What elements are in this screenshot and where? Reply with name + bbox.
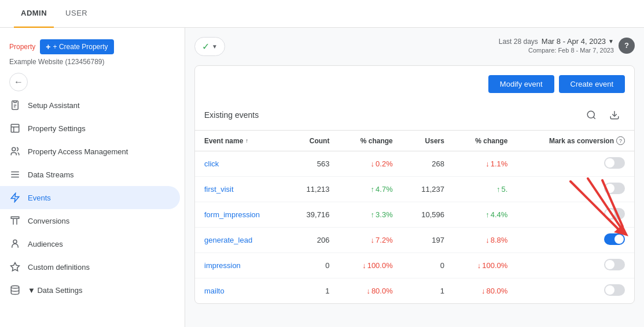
table-row: generate_lead 206 ↓7.2% 197 ↓8.8%: [195, 228, 634, 253]
sidebar-item-conversions[interactable]: Conversions: [0, 209, 180, 232]
events-icon: [9, 192, 21, 203]
sort-icon: ↑: [245, 138, 248, 144]
svg-rect-3: [11, 124, 19, 132]
table-row: click 563 ↓0.2% 268 ↓1.1%: [195, 151, 634, 177]
last-days-label: Last 28 days: [499, 38, 538, 46]
search-button[interactable]: [581, 105, 602, 125]
back-button[interactable]: ←: [9, 73, 28, 91]
check-icon: ✓: [202, 41, 209, 52]
event-name-link[interactable]: first_visit: [204, 185, 234, 194]
sidebar-item-label: Events: [28, 194, 51, 202]
streams-icon: [9, 169, 21, 180]
svg-marker-10: [11, 194, 19, 202]
toggle-impression[interactable]: [604, 259, 625, 270]
toggle-click[interactable]: [604, 157, 625, 169]
create-property-button[interactable]: + + Create Property: [40, 39, 113, 54]
audiences-icon: [9, 238, 21, 250]
sidebar-item-label: Data Streams: [28, 170, 73, 179]
date-dropdown-icon: ▼: [608, 38, 614, 44]
main-layout: Property + + Create Property Example Web…: [0, 28, 644, 327]
toggle-generate-lead[interactable]: [604, 233, 625, 245]
sidebar-item-label: Property Settings: [28, 124, 86, 133]
event-name-link[interactable]: mailto: [204, 287, 225, 295]
svg-point-11: [13, 240, 17, 243]
date-range-section: Last 28 days Mar 8 - Apr 4, 2023 ▼ Compa…: [499, 37, 614, 54]
filter-button[interactable]: ✓ ▼: [194, 37, 225, 56]
sidebar-item-label: ▼ Data Settings: [28, 286, 83, 295]
sidebar-item-custom-definitions[interactable]: Custom definitions: [0, 255, 180, 278]
toggle-first-visit[interactable]: [604, 183, 625, 194]
create-event-button[interactable]: Create event: [559, 75, 625, 93]
sidebar: Property + + Create Property Example Web…: [0, 28, 185, 327]
date-range-value[interactable]: Mar 8 - Apr 4, 2023 ▼: [542, 37, 614, 46]
property-row: Property + + Create Property: [0, 35, 185, 57]
custom-icon: [9, 261, 21, 273]
sidebar-item-data-settings[interactable]: ▼ Data Settings: [0, 278, 180, 302]
dropdown-arrow-icon: ▼: [212, 43, 218, 50]
sidebar-item-label: Conversions: [28, 217, 69, 225]
col-event-name[interactable]: Event name ↑: [195, 131, 287, 151]
tab-admin[interactable]: ADMIN: [14, 0, 54, 28]
sidebar-item-label: Property Access Management: [28, 147, 128, 156]
card-actions: [581, 105, 625, 125]
download-button[interactable]: [604, 105, 625, 125]
sidebar-item-label: Setup Assistant: [28, 101, 80, 110]
col-users: Users: [402, 131, 454, 151]
existing-events-title: Existing events: [204, 110, 259, 120]
svg-point-6: [12, 147, 16, 151]
svg-marker-12: [11, 263, 20, 271]
events-table: Event name ↑ Count % change Users % chan…: [195, 131, 634, 303]
event-name-link[interactable]: generate_lead: [204, 236, 252, 244]
tab-user[interactable]: USER: [58, 0, 94, 28]
sidebar-item-property-settings[interactable]: Property Settings: [0, 117, 180, 140]
create-property-label: + Create Property: [53, 43, 108, 51]
people-icon: [9, 146, 21, 157]
sidebar-item-audiences[interactable]: Audiences: [0, 232, 180, 255]
help-button[interactable]: ?: [619, 38, 635, 54]
table-row: mailto 1 ↓80.0% 1 ↓80.0%: [195, 278, 634, 304]
sidebar-item-data-streams[interactable]: Data Streams: [0, 163, 180, 186]
clipboard-icon: [9, 99, 21, 111]
content-toolbar: ✓ ▼ Last 28 days Mar 8 - Apr 4, 2023 ▼ C…: [194, 37, 635, 56]
modify-event-button[interactable]: Modify event: [488, 75, 554, 93]
property-label: Property: [9, 43, 35, 51]
event-name-link[interactable]: form_impression: [204, 210, 260, 219]
account-name: Example Website (123456789): [0, 57, 185, 70]
card-header: Modify event Create event: [195, 66, 634, 100]
data-icon: [9, 284, 21, 296]
svg-point-13: [11, 286, 19, 289]
content-area: ✓ ▼ Last 28 days Mar 8 - Apr 4, 2023 ▼ C…: [185, 28, 644, 327]
toggle-mailto[interactable]: [604, 284, 625, 296]
svg-line-15: [593, 117, 595, 118]
col-count-change: % change: [338, 131, 402, 151]
sidebar-item-label: Custom definitions: [28, 263, 90, 272]
existing-events-row: Existing events: [195, 100, 634, 131]
table-row: impression 0 ↓100.0% 0 ↓100.0%: [195, 253, 634, 278]
sidebar-item-events[interactable]: Events: [0, 186, 180, 209]
top-nav: ADMIN USER: [0, 0, 644, 28]
event-name-link[interactable]: click: [204, 159, 219, 168]
col-count: Count: [287, 131, 338, 151]
table-row: form_impression 39,716 ↑3.3% 10,596 ↑4.4…: [195, 202, 634, 228]
svg-rect-0: [14, 101, 17, 103]
plus-icon: +: [46, 42, 50, 51]
compare-label: Compare: Feb 8 - Mar 7, 2023: [528, 47, 614, 54]
conversion-help-icon[interactable]: ?: [616, 136, 625, 145]
col-mark-conversion: Mark as conversion ?: [517, 131, 634, 151]
sidebar-item-property-access[interactable]: Property Access Management: [0, 140, 180, 163]
settings-icon: [9, 122, 21, 134]
event-name-link[interactable]: impression: [204, 261, 241, 270]
sidebar-item-label: Audiences: [28, 240, 63, 248]
sidebar-item-setup-assistant[interactable]: Setup Assistant: [0, 94, 180, 117]
events-card: Modify event Create event Existing event…: [194, 65, 635, 304]
col-users-change: % change: [454, 131, 517, 151]
svg-point-14: [587, 111, 594, 118]
toggle-form-impression[interactable]: [604, 208, 625, 220]
conversions-icon: [9, 215, 21, 226]
table-row: first_visit 11,213 ↑4.7% 11,237 ↑5.: [195, 177, 634, 202]
